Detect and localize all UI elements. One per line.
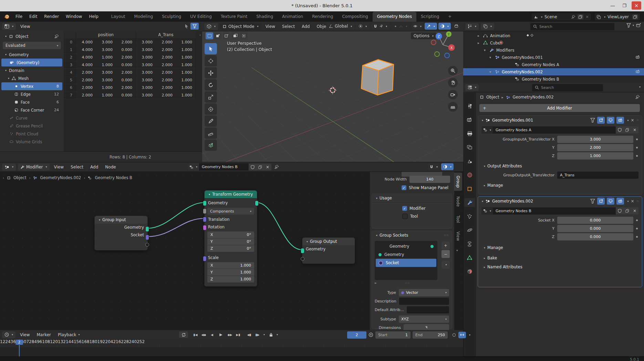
properties-tab-world-icon[interactable] <box>464 171 475 179</box>
field-value[interactable]: 0.000 <box>557 233 633 240</box>
tab-uv-editing[interactable]: UV Editing <box>186 12 216 22</box>
properties-search-box[interactable]: Search <box>532 84 603 91</box>
node-tree-name-field[interactable]: Geometry Nodes B <box>493 207 616 215</box>
gizmos-toggle[interactable]: ▾ <box>425 23 437 30</box>
properties-tab-tool-icon[interactable] <box>464 102 475 111</box>
input-socket-geometry[interactable] <box>203 200 207 206</box>
menu-window[interactable]: Window <box>62 14 85 19</box>
extend-socket[interactable] <box>145 243 149 247</box>
chevron-down-icon[interactable]: ▾ <box>489 70 491 74</box>
input-socket-mode[interactable] <box>203 208 207 214</box>
properties-editor-type-button[interactable]: ▾ <box>465 84 479 91</box>
toggle-ortho-icon[interactable] <box>448 102 458 112</box>
group-socket-row-socket-2[interactable]: Socket <box>376 259 436 267</box>
extend-socket[interactable] <box>301 257 304 261</box>
select-mode-intersect[interactable] <box>240 32 248 39</box>
transform-orientation-dropdown[interactable]: Global ▾ <box>326 23 355 30</box>
modifier-on-cage-icon[interactable] <box>590 199 595 204</box>
show-manage-panel-checkbox[interactable]: ✓ <box>402 185 406 190</box>
collapse-node-icon[interactable]: ▾ <box>307 240 308 243</box>
overlays-toggle[interactable]: ▾ <box>441 163 454 170</box>
node-menu-view[interactable]: View <box>51 165 67 169</box>
node-width-field[interactable]: 140 <box>409 176 450 183</box>
sidebar-tab-group[interactable]: Group <box>454 173 462 191</box>
add-cube-tool[interactable] <box>205 140 217 151</box>
input-socket-geometry[interactable] <box>301 248 304 254</box>
scene-name[interactable]: Scene <box>544 14 569 19</box>
properties-tab-material-icon[interactable] <box>464 267 475 276</box>
select-box-tool[interactable] <box>205 43 217 54</box>
copy-node-tree-icon[interactable] <box>623 207 631 214</box>
copy-node-tree-icon[interactable] <box>256 164 264 171</box>
close-button[interactable]: × <box>632 1 641 10</box>
add-socket-button[interactable]: + <box>442 241 450 249</box>
modifier-close-icon[interactable]: × <box>631 118 634 123</box>
column-header-position[interactable]: position <box>76 31 136 39</box>
zoom-icon[interactable] <box>448 66 458 75</box>
sidebar-tab-view[interactable]: View <box>454 228 462 244</box>
move-tool[interactable] <box>205 67 217 79</box>
sync-visible-range-toggle[interactable] <box>458 332 466 338</box>
play-reverse-button[interactable]: ◀ <box>208 331 216 338</box>
viewlayer-name[interactable]: ViewLayer <box>607 14 630 19</box>
node-tree-browse-button[interactable]: ▾ <box>481 126 493 134</box>
properties-tab-modifiers-icon[interactable] <box>464 198 475 207</box>
tab-sculpting[interactable]: Sculpting <box>157 12 186 22</box>
usage-tool-checkbox[interactable] <box>402 214 408 219</box>
add-modifier-button[interactable]: + Add Modifier <box>479 104 640 112</box>
node-menu-add[interactable]: Add <box>87 165 102 169</box>
field-value[interactable]: 0.000 <box>557 217 633 224</box>
modifier-realtime-toggle[interactable] <box>607 198 614 205</box>
field-value[interactable]: 2.000 <box>557 144 633 151</box>
proportional-edit-toggle[interactable]: ▾ <box>391 23 410 30</box>
measure-tool[interactable] <box>205 127 217 139</box>
prev-frame-button[interactable]: ◀▮ <box>246 331 253 338</box>
select-mode-extend[interactable] <box>214 32 222 39</box>
camera-view-icon[interactable] <box>448 90 458 100</box>
pin-icon[interactable] <box>54 34 62 39</box>
select-mode-invert[interactable] <box>231 32 239 39</box>
unlink-node-tree-icon[interactable]: × <box>631 126 638 133</box>
animate-property-dot[interactable] <box>636 236 638 238</box>
tab-shading[interactable]: Shading <box>252 12 278 22</box>
collapse-node-icon[interactable]: ▾ <box>99 218 100 221</box>
domain-row-edge[interactable]: Edge12 <box>1 90 62 98</box>
menu-help[interactable]: Help <box>85 14 102 19</box>
prev-keyframe-button[interactable]: ◀◆ <box>200 331 207 338</box>
copy-node-tree-icon[interactable] <box>623 126 631 133</box>
modifier-edit-mode-toggle[interactable] <box>597 117 605 124</box>
default-attribute-field[interactable] <box>407 306 449 313</box>
modifier-close-icon[interactable]: × <box>631 199 634 204</box>
collapse-node-icon[interactable]: ▾ <box>209 193 210 196</box>
viewport-3d[interactable]: ▾ Object Mode ▾ ViewSelectAddObject Glob… <box>202 22 464 162</box>
blender-logo-icon[interactable] <box>3 13 10 20</box>
filter-funnel-toggle[interactable] <box>190 23 199 30</box>
node-value-field-x[interactable]: X1.000 <box>207 262 254 269</box>
keying-set-icon[interactable] <box>368 332 373 337</box>
pin-icon[interactable] <box>571 15 575 19</box>
properties-tab-physics-icon[interactable] <box>464 226 475 235</box>
properties-tab-render-icon[interactable] <box>464 115 475 124</box>
node-group-input[interactable]: ▾ Group Input Geometry Socket <box>94 216 148 250</box>
breadcrumb-object[interactable]: Object <box>486 95 499 100</box>
transform-mode-dropdown[interactable]: Components ▾ <box>207 208 254 215</box>
tab-animation[interactable]: Animation <box>278 12 308 22</box>
group-sockets-panel-header[interactable]: ▾Group Sockets ⁙⁙ <box>372 231 452 239</box>
breadcrumb-modifier[interactable]: GeometryNodes.002 <box>513 95 554 100</box>
current-frame-field[interactable]: 2 <box>347 331 366 339</box>
timeline-menu-playback[interactable]: Playback <box>54 332 80 337</box>
outliner-item-geometrynodes-002[interactable]: ▾GeometryNodes.002 <box>463 68 644 75</box>
input-socket-rotation[interactable] <box>203 225 207 230</box>
domain-section-header[interactable]: ▾ Domain <box>1 66 62 74</box>
description-field[interactable] <box>399 298 449 305</box>
outliner-item-geometrynodes-001[interactable]: ▾GeometryNodes.001 <box>463 54 644 61</box>
geometry-component-row[interactable]: (Geometry) <box>1 59 62 66</box>
timeline-ruler[interactable]: 1224364860728496108120132144156168180192… <box>0 339 463 348</box>
tab-layout[interactable]: Layout <box>107 12 130 22</box>
tab-geometry-nodes[interactable]: Geometry Nodes <box>373 12 416 22</box>
node-tree-browse-button[interactable]: ▾ <box>188 163 199 171</box>
tab-texture-paint[interactable]: Texture Paint <box>216 12 252 22</box>
drag-handle-icon[interactable]: ⁙ <box>636 118 639 122</box>
outliner-item-animation[interactable]: ▸Animation <box>463 32 644 39</box>
geometry-section-header[interactable]: ▾ Geometry <box>1 51 62 59</box>
